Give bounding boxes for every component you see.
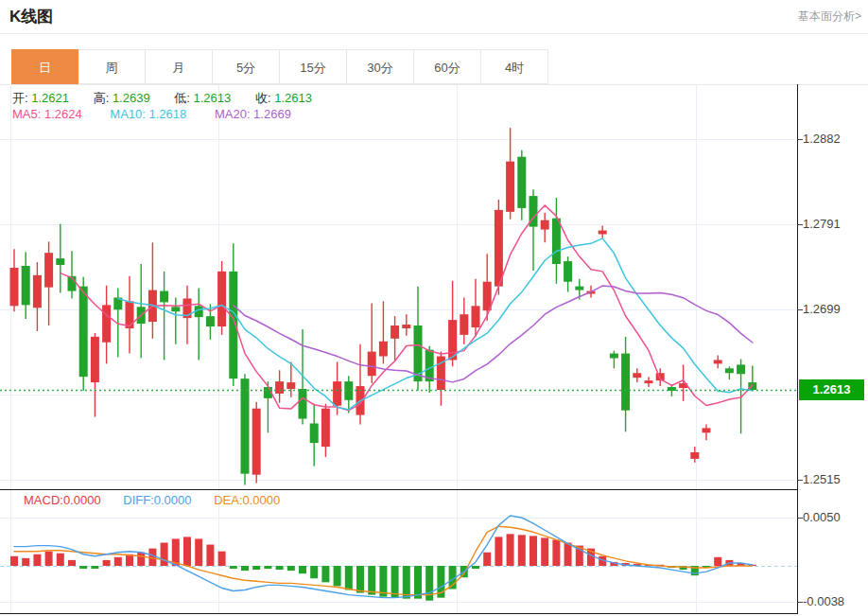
- tab-daily[interactable]: 日: [11, 49, 78, 84]
- high-value: 1.2639: [113, 91, 150, 105]
- dea-value: DEA:0.0000: [214, 493, 280, 507]
- high-label: 高:: [94, 91, 110, 105]
- price-axis-label: 1.2882: [803, 132, 841, 146]
- open-value: 1.2621: [31, 91, 69, 105]
- tab-15min[interactable]: 15分: [280, 49, 347, 84]
- tab-60min[interactable]: 60分: [414, 49, 481, 84]
- price-axis-label: 1.2515: [803, 472, 841, 486]
- close-label: 收:: [255, 91, 271, 105]
- fundamental-analysis-link[interactable]: 基本面分析>: [798, 9, 861, 25]
- ma20-legend: MA20: 1.2669: [215, 107, 291, 121]
- tab-4hour[interactable]: 4时: [481, 49, 548, 84]
- price-axis-label: 1.2699: [803, 302, 841, 316]
- close-value: 1.2613: [274, 91, 312, 105]
- ohlc-readout: 开: 1.2621 高: 1.2639 低: 1.2613 收: 1.2613: [12, 90, 333, 107]
- macd-legend: MACD:0.0000 DIFF:0.0000 DEA:0.0000: [24, 493, 299, 507]
- macd-axis-label: 0.0050: [803, 510, 841, 524]
- tab-monthly[interactable]: 月: [146, 49, 213, 84]
- page-title: K线图: [9, 6, 53, 27]
- tab-30min[interactable]: 30分: [347, 49, 414, 84]
- macd-value: MACD:0.0000: [24, 493, 101, 507]
- current-price-tag: 1.2613: [799, 379, 864, 400]
- tab-5min[interactable]: 5分: [213, 49, 280, 84]
- ma10-legend: MA10: 1.2618: [110, 107, 186, 121]
- low-value: 1.2613: [194, 91, 232, 105]
- ma5-legend: MA5: 1.2624: [12, 107, 82, 121]
- tab-weekly[interactable]: 周: [78, 49, 146, 84]
- diff-value: DIFF:0.0000: [123, 493, 191, 507]
- low-label: 低:: [174, 91, 190, 105]
- kline-page: K线图 基本面分析> 日 周 月 5分 15分 30分 60分 4时 开: 1.…: [0, 0, 868, 616]
- ma-legend: MA5: 1.2624 MA10: 1.2618 MA20: 1.2669: [12, 107, 316, 121]
- interval-tabs: 日 周 月 5分 15分 30分 60分 4时: [11, 49, 548, 84]
- price-axis-label: 1.2791: [803, 217, 841, 231]
- open-label: 开:: [12, 91, 28, 105]
- macd-axis-label: -0.0038: [803, 594, 844, 608]
